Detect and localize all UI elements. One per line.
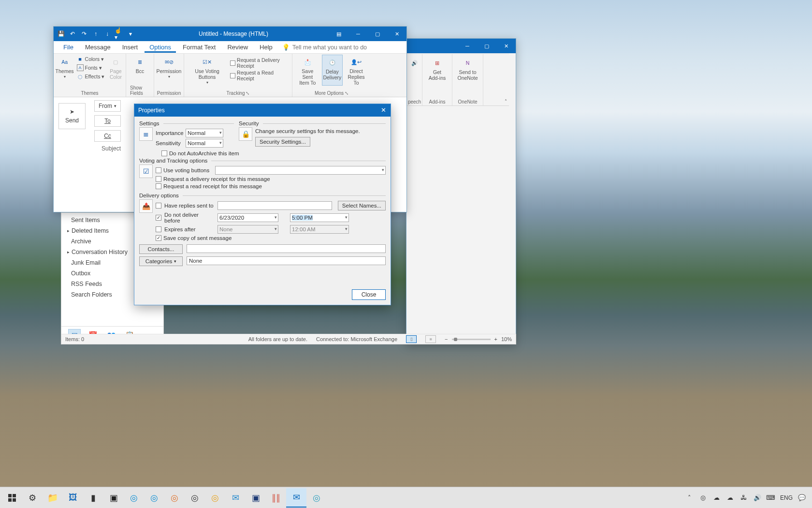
close-button[interactable]: ✕ (496, 39, 516, 53)
maximize-button[interactable]: ▢ (368, 27, 387, 41)
tab-file[interactable]: File (58, 42, 78, 53)
touch-mode-icon[interactable]: ☝ ▾ (115, 30, 123, 38)
select-names-button[interactable]: Select Names... (338, 201, 386, 210)
fonts-dropdown[interactable]: AFonts ▾ (77, 63, 105, 72)
do-not-deliver-checkbox[interactable] (156, 215, 161, 221)
tab-review[interactable]: Review (222, 42, 253, 53)
arrow-up-icon[interactable]: ↑ (91, 30, 100, 38)
file-explorer-icon[interactable]: 📁 (43, 488, 63, 508)
effects-dropdown[interactable]: ◌Effects ▾ (77, 72, 105, 81)
zoom-minus[interactable]: − (445, 336, 448, 342)
tray-location-icon[interactable]: ◎ (699, 493, 708, 502)
undo-icon[interactable]: ↶ (68, 30, 77, 38)
tab-format-text[interactable]: Format Text (178, 42, 220, 53)
photos-icon[interactable]: 🖼 (63, 488, 83, 508)
send-button[interactable]: ➤ Send (58, 103, 86, 129)
tray-volume-icon[interactable]: 🔊 (753, 493, 762, 502)
maximize-button[interactable]: ▢ (477, 39, 496, 53)
dialog-launcher-icon[interactable]: ⤡ (345, 90, 348, 96)
get-addins-button[interactable]: ⊞ Get Add-ins (426, 56, 448, 81)
delivery-receipt-checkbox[interactable]: Request a Delivery Receipt (230, 59, 289, 67)
tray-keyboard-icon[interactable]: ⌨ (767, 493, 775, 502)
sensitivity-select[interactable]: Normal▾ (186, 139, 223, 148)
settings-taskbar-icon[interactable]: ⚙ (22, 488, 43, 508)
tray-onedrive2-icon[interactable]: ☁ (726, 493, 735, 502)
dialog-launcher-icon[interactable]: ⤡ (246, 90, 249, 96)
autoarchive-checkbox[interactable] (161, 150, 167, 156)
read-receipt-checkbox[interactable]: Request a Read Receipt (230, 71, 289, 80)
arrow-down-icon[interactable]: ↓ (103, 30, 112, 38)
voting-buttons-select[interactable]: ▾ (215, 166, 386, 175)
delivery-receipt-checkbox[interactable] (156, 176, 161, 182)
tray-language[interactable]: ENG (780, 494, 793, 501)
outlook-titlebar[interactable]: ─ ▢ ✕ (406, 39, 516, 53)
tab-help[interactable]: Help (255, 42, 277, 53)
direct-replies-button[interactable]: 👤↩ Direct Replies To (345, 55, 368, 86)
themes-button[interactable]: Aa Themes ▾ (55, 55, 75, 79)
save-sent-item-to-button[interactable]: 📩 Save Sent Item To (295, 55, 320, 86)
cmd-icon[interactable]: ▣ (103, 488, 124, 508)
zoom-slider[interactable] (452, 339, 491, 340)
start-button[interactable] (2, 488, 22, 508)
ribbon-display-options[interactable]: ▤ (329, 27, 348, 41)
permission-button[interactable]: ✉⊘ Permission ▾ (155, 55, 183, 79)
close-dialog-button[interactable]: Close (352, 289, 386, 300)
expires-after-checkbox[interactable] (156, 226, 161, 232)
edge-beta-icon[interactable]: ◎ (144, 488, 164, 508)
tell-me-search[interactable]: 💡 Tell me what you want to do (282, 44, 367, 51)
app-icon[interactable]: ∥∥ (266, 488, 286, 508)
zoom-plus[interactable]: + (494, 336, 497, 342)
firefox-icon[interactable]: ◎ (164, 488, 185, 508)
redo-icon[interactable]: ↷ (80, 30, 88, 38)
contacts-button[interactable]: Contacts... (139, 244, 183, 254)
powershell-icon[interactable]: ▣ (246, 488, 266, 508)
do-not-deliver-time[interactable]: 5:00 PM▾ (290, 213, 349, 222)
tray-expand-icon[interactable]: ˄ (685, 493, 694, 502)
tray-notifications-icon[interactable]: 💬 (798, 493, 806, 502)
minimize-button[interactable]: ─ (348, 27, 368, 41)
read-receipt-checkbox[interactable] (156, 183, 161, 189)
send-to-onenote-button[interactable]: N Send to OneNote (456, 56, 479, 81)
edge-icon[interactable]: ◎ (124, 488, 144, 508)
use-voting-buttons[interactable]: ☑✕ Use Voting Buttons ▾ (187, 55, 227, 85)
replies-to-checkbox[interactable] (156, 203, 161, 209)
view-reading-icon[interactable]: ≡ (425, 335, 436, 343)
terminal-icon[interactable]: ▮ (83, 488, 103, 508)
save-icon[interactable]: 💾 (57, 30, 65, 38)
properties-titlebar[interactable]: Properties ✕ (134, 104, 391, 117)
collapse-ribbon-icon[interactable]: ˄ (505, 99, 507, 104)
mail-icon[interactable]: ✉ (225, 488, 246, 508)
replies-to-input[interactable] (218, 201, 332, 210)
tray-onedrive-icon[interactable]: ☁ (712, 493, 721, 502)
expires-date[interactable]: None▾ (218, 225, 278, 234)
tab-options[interactable]: Options (145, 42, 176, 53)
view-normal-icon[interactable]: ▯ (406, 335, 417, 343)
read-aloud-button[interactable]: 🔊 (405, 56, 424, 69)
chrome-canary-icon[interactable]: ◎ (205, 488, 225, 508)
chrome-icon[interactable]: ◎ (185, 488, 205, 508)
save-copy-checkbox[interactable] (156, 235, 161, 241)
qat-customize-icon[interactable]: ▾ (126, 30, 135, 38)
do-not-deliver-date[interactable]: 6/23/2020▾ (218, 213, 278, 222)
colors-dropdown[interactable]: ■Colors ▾ (77, 55, 105, 63)
categories-button[interactable]: Categories▾ (139, 256, 183, 266)
bcc-button[interactable]: ≣ Bcc (130, 55, 150, 74)
importance-select[interactable]: Normal▾ (186, 129, 223, 137)
categories-value[interactable]: None (187, 256, 386, 265)
contacts-input[interactable] (187, 244, 386, 253)
tab-message[interactable]: Message (80, 42, 116, 53)
outlook-taskbar-icon[interactable]: ✉ (286, 488, 306, 508)
page-color-button[interactable]: ▢ Page Color (106, 55, 125, 80)
use-voting-checkbox[interactable] (156, 167, 161, 173)
delay-delivery-button[interactable]: 🕒 Delay Delivery (322, 55, 343, 86)
close-button[interactable]: ✕ (376, 105, 391, 116)
from-dropdown[interactable]: From ▾ (94, 100, 121, 112)
tab-insert[interactable]: Insert (117, 42, 143, 53)
expires-time[interactable]: 12:00 AM▾ (290, 225, 349, 234)
to-button[interactable]: To (94, 115, 121, 127)
security-settings-button[interactable]: Security Settings... (255, 137, 310, 147)
cc-button[interactable]: Cc (94, 130, 121, 142)
edge-dev-icon[interactable]: ◎ (306, 488, 327, 508)
message-titlebar[interactable]: 💾 ↶ ↷ ↑ ↓ ☝ ▾ ▾ Untitled - Message (HTML… (54, 27, 406, 41)
close-button[interactable]: ✕ (387, 27, 406, 41)
